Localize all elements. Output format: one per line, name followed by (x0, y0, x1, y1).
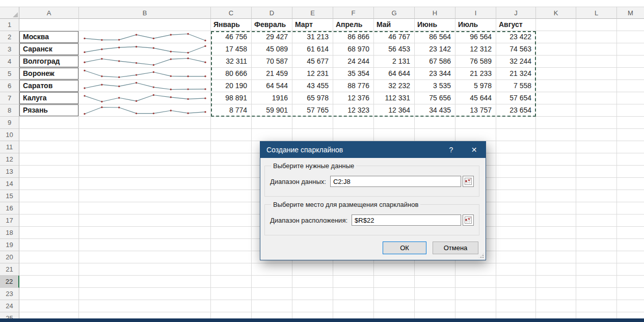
cell-C21[interactable] (211, 263, 252, 276)
cell-K21[interactable] (536, 263, 576, 276)
cell-J12[interactable] (496, 153, 536, 166)
cell-J21[interactable] (496, 263, 536, 276)
cell-L21[interactable] (576, 263, 617, 276)
dialog-titlebar[interactable]: Создание спарклайнов ? ✕ (260, 142, 486, 158)
column-header-M[interactable]: M (617, 7, 644, 19)
cell-A17[interactable] (19, 214, 79, 227)
cell-G5[interactable]: 64 644 (374, 68, 415, 80)
cell-H2[interactable]: 86 564 (415, 31, 455, 43)
cell-A13[interactable] (19, 166, 79, 178)
cell-E4[interactable]: 45 677 (292, 56, 333, 68)
cell-J10[interactable] (496, 129, 536, 141)
cell-J9[interactable] (496, 117, 536, 129)
row-header-13[interactable]: 13 (0, 166, 19, 178)
row-header-7[interactable]: 7 (0, 92, 19, 104)
cell-J3[interactable]: 74 563 (496, 43, 536, 56)
cell-E3[interactable]: 61 614 (292, 43, 333, 56)
cell-K12[interactable] (536, 153, 576, 166)
cell-A9[interactable] (19, 117, 79, 129)
cell-J20[interactable] (496, 251, 536, 263)
cell-C4[interactable]: 32 311 (211, 56, 252, 68)
cell-B16[interactable] (79, 202, 211, 214)
cell-K17[interactable] (536, 214, 576, 227)
cell-D8[interactable]: 59 901 (252, 104, 292, 117)
cell-H24[interactable] (415, 300, 455, 312)
cell-C16[interactable] (211, 202, 252, 214)
row-header-15[interactable]: 15 (0, 190, 19, 202)
cell-M24[interactable] (617, 300, 644, 312)
cell-K9[interactable] (536, 117, 576, 129)
cell-A8[interactable]: Рязань (19, 104, 79, 117)
cell-L19[interactable] (576, 239, 617, 251)
cell-J8[interactable]: 23 654 (496, 104, 536, 117)
row-header-21[interactable]: 21 (0, 263, 19, 276)
cell-L16[interactable] (576, 202, 617, 214)
cell-J14[interactable] (496, 178, 536, 190)
cell-I24[interactable] (455, 300, 496, 312)
cell-J15[interactable] (496, 190, 536, 202)
row-header-23[interactable]: 23 (0, 288, 19, 300)
cell-I8[interactable]: 13 757 (455, 104, 496, 117)
data-range-input[interactable] (330, 176, 461, 187)
cell-L15[interactable] (576, 190, 617, 202)
cell-C14[interactable] (211, 178, 252, 190)
cell-F4[interactable]: 24 244 (333, 56, 374, 68)
cell-D5[interactable]: 21 459 (252, 68, 292, 80)
cell-K7[interactable] (536, 92, 576, 104)
cell-F10[interactable] (333, 129, 374, 141)
cell-K1[interactable] (536, 19, 576, 31)
cell-B20[interactable] (79, 251, 211, 263)
cell-A18[interactable] (19, 227, 79, 239)
cell-C12[interactable] (211, 153, 252, 166)
cell-K4[interactable] (536, 56, 576, 68)
cell-J4[interactable]: 32 244 (496, 56, 536, 68)
cell-J22[interactable] (496, 276, 536, 288)
cell-K20[interactable] (536, 251, 576, 263)
cell-J2[interactable]: 23 422 (496, 31, 536, 43)
cell-A22[interactable] (19, 276, 79, 288)
cell-K19[interactable] (536, 239, 576, 251)
cell-H7[interactable]: 75 656 (415, 92, 455, 104)
cell-L13[interactable] (576, 166, 617, 178)
cell-K24[interactable] (536, 300, 576, 312)
cell-L11[interactable] (576, 141, 617, 153)
cell-J16[interactable] (496, 202, 536, 214)
cell-F24[interactable] (333, 300, 374, 312)
row-header-1[interactable]: 1 (0, 19, 19, 31)
row-header-18[interactable]: 18 (0, 227, 19, 239)
cell-J11[interactable] (496, 141, 536, 153)
cell-E2[interactable]: 31 213 (292, 31, 333, 43)
cell-J5[interactable]: 21 324 (496, 68, 536, 80)
cell-B11[interactable] (79, 141, 211, 153)
cell-M2[interactable] (617, 31, 644, 43)
cell-A5[interactable]: Воронеж (19, 68, 79, 80)
cell-A6[interactable]: Саратов (19, 80, 79, 92)
cell-C15[interactable] (211, 190, 252, 202)
cell-B13[interactable] (79, 166, 211, 178)
column-header-C[interactable]: C (211, 7, 252, 19)
select-all-corner[interactable] (0, 7, 19, 19)
cell-L5[interactable] (576, 68, 617, 80)
cell-B14[interactable] (79, 178, 211, 190)
cell-K8[interactable] (536, 104, 576, 117)
cell-C18[interactable] (211, 227, 252, 239)
cell-J17[interactable] (496, 214, 536, 227)
cell-K13[interactable] (536, 166, 576, 178)
cell-M13[interactable] (617, 166, 644, 178)
cell-B22[interactable] (79, 276, 211, 288)
cell-K23[interactable] (536, 288, 576, 300)
row-header-9[interactable]: 9 (0, 117, 19, 129)
cell-A24[interactable] (19, 300, 79, 312)
cell-K11[interactable] (536, 141, 576, 153)
cell-D4[interactable]: 70 587 (252, 56, 292, 68)
cell-G21[interactable] (374, 263, 415, 276)
cell-G10[interactable] (374, 129, 415, 141)
cell-C11[interactable] (211, 141, 252, 153)
column-header-H[interactable]: H (415, 7, 455, 19)
cell-H8[interactable]: 34 435 (415, 104, 455, 117)
cell-B4[interactable] (79, 56, 211, 68)
column-header-A[interactable]: A (19, 7, 79, 19)
row-header-22[interactable]: 22 (0, 276, 19, 288)
row-header-2[interactable]: 2 (0, 31, 19, 43)
cell-F9[interactable] (333, 117, 374, 129)
